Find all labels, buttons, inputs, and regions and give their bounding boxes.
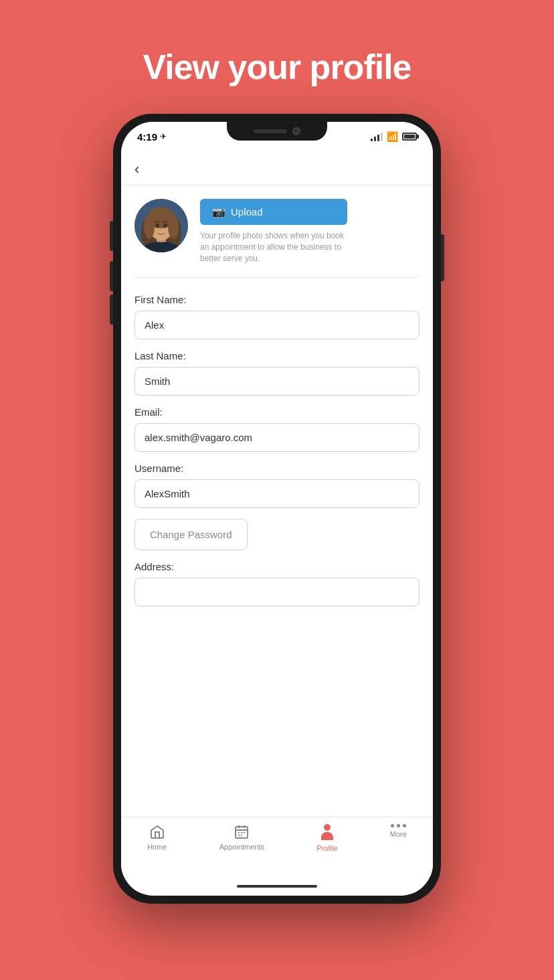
last-name-label: Last Name: bbox=[134, 350, 420, 361]
wifi-icon: 📶 bbox=[387, 131, 398, 142]
first-name-input[interactable] bbox=[134, 311, 420, 339]
more-icon bbox=[391, 824, 406, 827]
svg-point-6 bbox=[168, 215, 179, 239]
svg-point-5 bbox=[144, 215, 155, 239]
home-icon bbox=[149, 824, 165, 840]
email-input[interactable] bbox=[134, 423, 420, 452]
username-field-group: Username: bbox=[134, 463, 420, 508]
phone-notch bbox=[227, 122, 327, 141]
nav-item-more[interactable]: More bbox=[383, 824, 413, 838]
status-icons: 📶 bbox=[371, 131, 417, 142]
last-name-input[interactable] bbox=[134, 367, 420, 396]
nav-item-profile[interactable]: Profile bbox=[310, 824, 344, 852]
avatar-right: 📷 Upload Your profile photo shows when y… bbox=[200, 199, 347, 264]
back-button[interactable]: ‹ bbox=[134, 161, 139, 178]
first-name-field-group: First Name: bbox=[134, 294, 420, 339]
address-label: Address: bbox=[134, 561, 420, 572]
address-field-group: Address: bbox=[134, 561, 420, 606]
profile-icon bbox=[319, 824, 335, 841]
signal-bars bbox=[371, 132, 383, 141]
header: ‹ bbox=[121, 151, 433, 185]
avatar-section: 📷 Upload Your profile photo shows when y… bbox=[134, 199, 420, 278]
phone-device: 4:19 ✈ 📶 ‹ bbox=[113, 114, 441, 904]
svg-point-8 bbox=[163, 224, 167, 228]
nav-item-home[interactable]: Home bbox=[141, 824, 173, 851]
bottom-navigation: Home bbox=[121, 817, 433, 877]
notch-speaker bbox=[254, 129, 287, 133]
camera-icon: 📷 bbox=[212, 206, 225, 218]
home-bar-indicator bbox=[237, 885, 317, 888]
upload-description: Your profile photo shows when you book a… bbox=[200, 230, 347, 264]
username-input[interactable] bbox=[134, 479, 420, 508]
profile-content: 📷 Upload Your profile photo shows when y… bbox=[121, 185, 433, 817]
last-name-field-group: Last Name: bbox=[134, 350, 420, 396]
svg-point-7 bbox=[155, 224, 159, 228]
profile-nav-label: Profile bbox=[316, 844, 337, 852]
more-nav-label: More bbox=[390, 830, 407, 838]
page-heading: View your profile bbox=[143, 47, 411, 87]
email-label: Email: bbox=[134, 406, 420, 418]
email-field-group: Email: bbox=[134, 406, 420, 452]
avatar-image bbox=[134, 199, 188, 252]
phone-screen: 4:19 ✈ 📶 ‹ bbox=[121, 122, 433, 896]
home-nav-label: Home bbox=[147, 843, 167, 851]
upload-photo-button[interactable]: 📷 Upload bbox=[200, 199, 347, 225]
screen-content: ‹ bbox=[121, 151, 433, 896]
change-password-button[interactable]: Change Password bbox=[134, 519, 248, 550]
notch-camera bbox=[292, 127, 300, 135]
address-input[interactable] bbox=[134, 578, 420, 606]
username-label: Username: bbox=[134, 463, 420, 474]
home-bar bbox=[121, 877, 433, 896]
first-name-label: First Name: bbox=[134, 294, 420, 305]
battery-icon bbox=[402, 133, 417, 141]
avatar-container bbox=[134, 199, 188, 252]
calendar-icon bbox=[234, 824, 250, 840]
status-time: 4:19 ✈ bbox=[137, 131, 167, 143]
appointments-nav-label: Appointments bbox=[219, 843, 264, 851]
nav-item-appointments[interactable]: Appointments bbox=[213, 824, 271, 851]
